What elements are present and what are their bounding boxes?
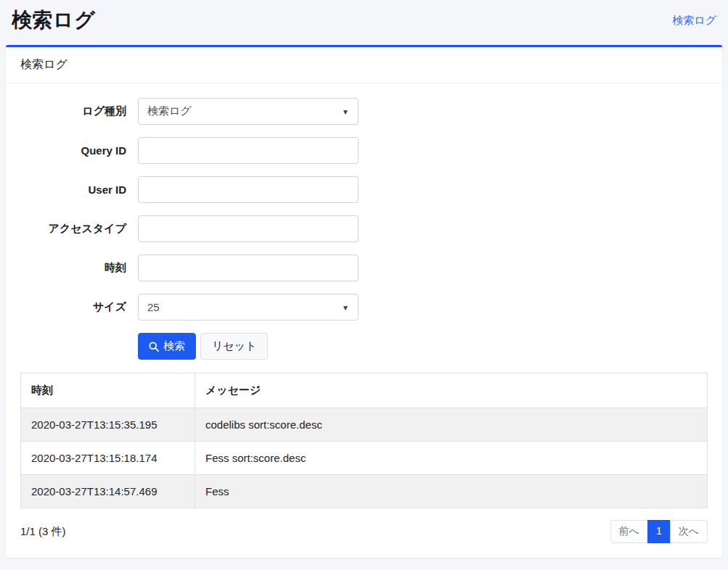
- card-body: ログ種別 検索ログ ▼ Query ID User ID アクセスタイプ: [6, 83, 722, 558]
- form-row-access-type: アクセスタイプ: [20, 215, 708, 242]
- cell-time: 2020-03-27T13:15:35.195: [21, 408, 195, 442]
- cell-time: 2020-03-27T13:14:57.469: [21, 475, 195, 508]
- search-button[interactable]: 検索: [138, 333, 196, 360]
- search-button-label: 検索: [163, 339, 185, 353]
- pagination-current-page[interactable]: 1: [647, 520, 671, 543]
- size-select-value: 25: [147, 301, 160, 313]
- log-table: 時刻 メッセージ 2020-03-27T13:15:35.195 codelib…: [20, 373, 708, 508]
- form-actions: 検索 リセット: [138, 333, 708, 360]
- time-label: 時刻: [20, 261, 126, 275]
- page-header: 検索ログ 検索ログ: [0, 0, 728, 41]
- access-type-input[interactable]: [138, 215, 359, 242]
- user-id-input[interactable]: [138, 176, 359, 203]
- access-type-label: アクセスタイプ: [20, 222, 126, 236]
- pagination: 前へ 1 次へ: [610, 520, 708, 543]
- card-header: 検索ログ: [6, 47, 722, 83]
- query-id-input[interactable]: [138, 137, 359, 164]
- log-type-select[interactable]: 検索ログ ▼: [138, 98, 359, 125]
- result-summary: 1/1 (3 件): [20, 525, 66, 539]
- form-row-log-type: ログ種別 検索ログ ▼: [20, 98, 708, 125]
- cell-time: 2020-03-27T13:15:18.174: [21, 442, 195, 475]
- size-label: サイズ: [20, 300, 126, 314]
- caret-down-icon: ▼: [342, 107, 349, 115]
- cell-message: Fess: [195, 475, 708, 508]
- table-row[interactable]: 2020-03-27T13:14:57.469 Fess: [21, 475, 708, 508]
- table-header-row: 時刻 メッセージ: [21, 373, 708, 408]
- form-row-size: サイズ 25 ▼: [20, 294, 708, 321]
- cell-message: Fess sort:score.desc: [195, 442, 708, 475]
- search-log-card: 検索ログ ログ種別 検索ログ ▼ Query ID User ID: [6, 45, 722, 558]
- table-footer: 1/1 (3 件) 前へ 1 次へ: [20, 520, 708, 543]
- table-row[interactable]: 2020-03-27T13:15:18.174 Fess sort:score.…: [21, 442, 708, 475]
- user-id-label: User ID: [20, 183, 126, 196]
- query-id-label: Query ID: [20, 144, 126, 157]
- form-row-user-id: User ID: [20, 176, 708, 203]
- log-type-label: ログ種別: [20, 104, 126, 118]
- page-title: 検索ログ: [12, 7, 95, 34]
- form-row-time: 時刻: [20, 255, 708, 281]
- reset-button[interactable]: リセット: [200, 333, 268, 360]
- time-input[interactable]: [138, 255, 359, 281]
- log-table-head: 時刻 メッセージ: [21, 373, 708, 408]
- search-icon: [149, 342, 159, 352]
- pagination-prev[interactable]: 前へ: [610, 520, 648, 543]
- card-title: 検索ログ: [20, 58, 68, 70]
- size-select[interactable]: 25 ▼: [138, 294, 359, 321]
- log-type-select-value: 検索ログ: [147, 104, 192, 118]
- col-header-message: メッセージ: [195, 373, 708, 408]
- app-root: 検索ログ 検索ログ 検索ログ ログ種別 検索ログ ▼ Query ID U: [0, 0, 728, 558]
- caret-down-icon: ▼: [342, 303, 349, 311]
- breadcrumb-link[interactable]: 検索ログ: [672, 14, 716, 28]
- col-header-time: 時刻: [21, 373, 195, 408]
- log-table-body: 2020-03-27T13:15:35.195 codelibs sort:sc…: [21, 408, 708, 508]
- cell-message: codelibs sort:score.desc: [195, 408, 708, 442]
- form-row-query-id: Query ID: [20, 137, 708, 164]
- pagination-next[interactable]: 次へ: [670, 520, 708, 543]
- table-row[interactable]: 2020-03-27T13:15:35.195 codelibs sort:sc…: [21, 408, 708, 442]
